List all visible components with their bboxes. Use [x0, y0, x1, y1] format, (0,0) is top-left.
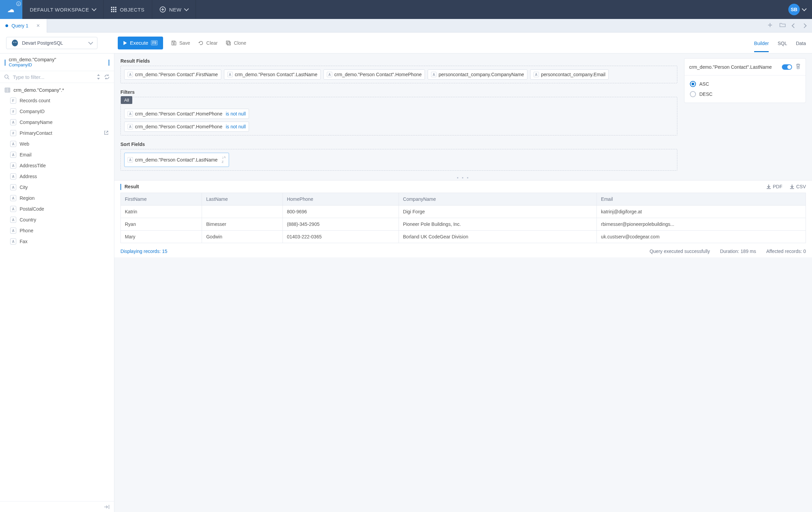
- new-menu[interactable]: NEW: [152, 0, 196, 19]
- clone-button[interactable]: Clone: [226, 40, 246, 46]
- type-badge: A: [10, 228, 16, 234]
- external-link-icon[interactable]: [104, 130, 109, 136]
- sort-asc-radio[interactable]: ASC: [690, 81, 800, 87]
- breadcrumb-expand[interactable]: [109, 60, 109, 65]
- tree-item[interactable]: A Address: [0, 171, 114, 182]
- save-label: Save: [179, 40, 190, 46]
- tab-data[interactable]: Data: [796, 34, 806, 52]
- tree-item[interactable]: A City: [0, 182, 114, 193]
- column-header[interactable]: FirstName: [121, 193, 202, 206]
- objects-menu[interactable]: OBJECTS: [104, 0, 152, 19]
- chevron-down-icon: [109, 60, 109, 66]
- tree-item[interactable]: # PrimaryContact: [0, 128, 114, 138]
- svg-rect-2: [115, 7, 116, 8]
- svg-rect-14: [227, 42, 230, 45]
- tree-item[interactable]: # CompanyID: [0, 106, 114, 117]
- filter-chip[interactable]: A crm_demo."Person Contact".HomePhone is…: [124, 122, 249, 132]
- nav-next-button[interactable]: [803, 22, 806, 29]
- collapse-sidebar-icon[interactable]: [104, 505, 110, 509]
- user-menu[interactable]: SB: [782, 0, 812, 19]
- grid-icon: [111, 7, 116, 12]
- mode-tabs: Builder SQL Data: [754, 34, 806, 52]
- tree-item[interactable]: A Web: [0, 138, 114, 149]
- tree-item[interactable]: A Country: [0, 214, 114, 225]
- save-button[interactable]: Save: [171, 40, 190, 46]
- refresh-icon[interactable]: [104, 74, 110, 80]
- props-enabled-toggle[interactable]: [782, 64, 792, 70]
- type-badge: F: [10, 98, 16, 104]
- export-csv-button[interactable]: CSV: [790, 184, 806, 189]
- collapse-result-button[interactable]: [120, 184, 121, 189]
- tree-item[interactable]: A CompanyName: [0, 117, 114, 128]
- export-pdf-button[interactable]: PDF: [766, 184, 782, 189]
- column-header[interactable]: LastName: [202, 193, 283, 206]
- tree-root[interactable]: crm_demo."Company".*: [0, 85, 114, 95]
- type-badge: A: [327, 72, 332, 77]
- vertical-resize-handle[interactable]: • • •: [114, 175, 812, 180]
- filter-chip[interactable]: A crm_demo."Person Contact".HomePhone is…: [124, 109, 249, 119]
- workspace-dropdown[interactable]: DEFAULT WORKSPACE: [22, 0, 104, 19]
- tree-item[interactable]: A Email: [0, 149, 114, 160]
- table-row[interactable]: RyanBirnesser(888)-345-2905Pioneer Pole …: [121, 218, 806, 231]
- result-field-chip[interactable]: A personcontact_company.CompanyName: [428, 69, 527, 80]
- sidebar-footer: [0, 501, 114, 512]
- connection-label: Devart PostgreSQL: [22, 40, 86, 46]
- toolbar: Devart PostgreSQL Execute F9 Save Clear …: [0, 33, 812, 54]
- filters-dropzone[interactable]: All A crm_demo."Person Contact".HomePhon…: [120, 97, 677, 135]
- filters-mode[interactable]: All: [121, 96, 132, 104]
- result-field-chip[interactable]: A crm_demo."Person Contact".HomePhone: [323, 69, 425, 80]
- result-panel: Result PDF CSV FirstNameLastNameHomePhon…: [114, 180, 812, 257]
- asc-label: ASC: [699, 81, 709, 87]
- add-tab-button[interactable]: [767, 22, 773, 29]
- sort-field-chip[interactable]: A crm_demo."Person Contact".LastName ↓AZ: [124, 153, 229, 167]
- svg-rect-1: [113, 7, 114, 8]
- tree-item[interactable]: A Phone: [0, 225, 114, 236]
- tab-label: Query 1: [12, 23, 28, 28]
- result-field-chip[interactable]: A crm_demo."Person Contact".LastName: [224, 69, 321, 80]
- sort-toggle-icon[interactable]: [96, 74, 100, 80]
- tab-strip: Query 1 ×: [0, 19, 812, 33]
- objects-label: OBJECTS: [120, 7, 144, 13]
- filter-row: [0, 71, 114, 83]
- result-field-chip[interactable]: A personcontact_company.Email: [530, 69, 609, 80]
- breadcrumb-back[interactable]: [5, 60, 5, 65]
- breadcrumb-sub[interactable]: CompanyID: [9, 62, 105, 67]
- tree-item[interactable]: A Fax: [0, 236, 114, 247]
- result-fields-dropzone[interactable]: A crm_demo."Person Contact".FirstName A …: [120, 66, 677, 83]
- app-logo[interactable]: β: [0, 0, 22, 19]
- tab-sql[interactable]: SQL: [777, 34, 787, 52]
- tree-item[interactable]: A PostalCode: [0, 204, 114, 214]
- chevron-down-icon: [92, 6, 96, 11]
- tree-item[interactable]: F Records count: [0, 95, 114, 106]
- table-row[interactable]: Katrin800-9696Digi Forgekatrinj@digiforg…: [121, 206, 806, 218]
- result-field-chip[interactable]: A crm_demo."Person Contact".FirstName: [124, 69, 221, 80]
- column-header[interactable]: HomePhone: [283, 193, 399, 206]
- sort-dropzone[interactable]: A crm_demo."Person Contact".LastName ↓AZ: [120, 149, 677, 171]
- tree-item[interactable]: A Region: [0, 193, 114, 204]
- tab-builder[interactable]: Builder: [754, 34, 769, 52]
- plus-icon: [767, 22, 773, 28]
- status-affected: Affected records: 0: [766, 249, 806, 254]
- open-button[interactable]: [780, 22, 786, 29]
- props-delete-button[interactable]: [795, 63, 801, 70]
- filter-input[interactable]: [13, 74, 93, 80]
- close-tab-icon[interactable]: ×: [37, 22, 40, 29]
- result-table: FirstNameLastNameHomePhoneCompanyNameEma…: [120, 193, 806, 243]
- cloud-icon: [6, 5, 16, 14]
- clear-label: Clear: [206, 40, 218, 46]
- column-header[interactable]: Email: [597, 193, 806, 206]
- result-title: Result: [125, 184, 139, 189]
- connection-select[interactable]: Devart PostgreSQL: [6, 37, 97, 49]
- column-header[interactable]: CompanyName: [399, 193, 597, 206]
- sort-section: Sort Fields A crm_demo."Person Contact".…: [120, 142, 677, 171]
- query-tab[interactable]: Query 1 ×: [0, 19, 47, 33]
- clear-button[interactable]: Clear: [198, 40, 218, 46]
- download-icon: [790, 184, 794, 189]
- nav-prev-button[interactable]: [792, 22, 796, 29]
- status-duration: Duration: 189 ms: [720, 249, 756, 254]
- sort-desc-radio[interactable]: DESC: [690, 91, 800, 97]
- tree-item[interactable]: A AddressTitle: [0, 160, 114, 171]
- schema-sidebar: crm_demo."Company" CompanyID crm_demo."C…: [0, 54, 114, 512]
- execute-button[interactable]: Execute F9: [118, 37, 163, 49]
- table-row[interactable]: MaryGodwin01403-222-0365Borland UK CodeG…: [121, 231, 806, 243]
